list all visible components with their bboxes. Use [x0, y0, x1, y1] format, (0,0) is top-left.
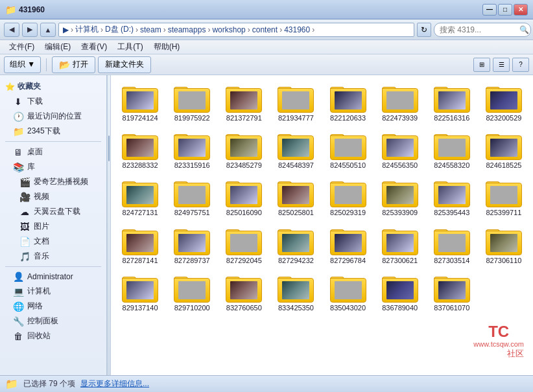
maximize-button[interactable]: □ [498, 4, 512, 16]
folder-item[interactable]: 823315916 [167, 126, 217, 172]
folder-item[interactable]: 825393909 [375, 174, 425, 220]
folder-item[interactable]: 832760650 [219, 269, 269, 315]
view-list-button[interactable]: ☰ [493, 58, 510, 72]
breadcrumb-item-steamapps[interactable]: steamapps [168, 25, 206, 34]
breadcrumb-item-computer[interactable]: ▶ [63, 25, 69, 34]
folder-item[interactable]: 827292045 [219, 222, 269, 268]
menu-view[interactable]: 查看(V) [76, 40, 112, 54]
breadcrumb-item-computer-label[interactable]: 计算机 [75, 24, 99, 35]
sidebar-item-network[interactable]: 🌐 网络 [0, 299, 106, 314]
sidebar-network-label: 网络 [27, 301, 43, 312]
folder-item[interactable]: 824727131 [115, 174, 165, 220]
file-area[interactable]: 819724124 819975922 821372791 [111, 75, 533, 375]
folder-item[interactable]: 824556350 [375, 126, 425, 172]
organize-button[interactable]: 组织 ▼ [4, 56, 41, 73]
menu-help[interactable]: 帮助(H) [148, 40, 185, 54]
breadcrumb-item-content[interactable]: content [252, 25, 278, 34]
folder-item[interactable]: 824975751 [167, 174, 217, 220]
sidebar-docs-label: 文档 [34, 236, 49, 247]
computer-icon: 💻 [13, 286, 23, 297]
video2-icon: 🎥 [19, 192, 30, 202]
folder-item[interactable]: 835043020 [323, 269, 373, 315]
sidebar-item-computer[interactable]: 💻 计算机 [0, 284, 106, 299]
sidebar-computer-label: 计算机 [27, 286, 51, 297]
folder-item[interactable]: 825025801 [270, 174, 321, 220]
folder-name: 835043020 [330, 304, 366, 312]
folder-item[interactable]: 824550510 [323, 126, 373, 172]
sidebar-item-recent[interactable]: 🕐 最近访问的位置 [0, 109, 106, 124]
folder-item[interactable]: 825395443 [427, 174, 477, 220]
sidebar-item-video[interactable]: 🎥 视频 [0, 189, 106, 204]
folder-item[interactable]: 822516316 [427, 79, 477, 125]
folder-item[interactable]: 823288332 [115, 126, 165, 172]
folder-item[interactable]: 827303514 [427, 222, 477, 268]
folder-icon [382, 129, 418, 160]
folder-item[interactable]: 824618525 [479, 126, 529, 172]
folder-name: 824975751 [174, 209, 210, 217]
folder-item[interactable]: 823485279 [219, 126, 269, 172]
breadcrumb-item-431960[interactable]: 431960 [284, 25, 310, 34]
folder-item[interactable]: 827306110 [479, 222, 529, 268]
window-controls: — □ ✕ [482, 4, 528, 16]
folder-name: 824556350 [382, 161, 418, 170]
folder-item[interactable]: 827296784 [323, 222, 373, 268]
open-button[interactable]: 📂 打开 [52, 56, 95, 73]
sidebar-item-pictures[interactable]: 🖼 图片 [0, 219, 106, 234]
sidebar-item-music[interactable]: 🎵 音乐 [0, 249, 106, 264]
up-button[interactable]: ▲ [40, 23, 56, 37]
folder-icon [122, 129, 158, 160]
sidebar-item-download[interactable]: ⬇ 下载 [0, 94, 106, 109]
help-button[interactable]: ? [512, 58, 529, 72]
folder-name: 822473939 [382, 114, 418, 122]
sidebar-item-recycle[interactable]: 🗑 回收站 [0, 329, 106, 343]
folder-item[interactable]: 819724124 [115, 79, 165, 125]
folder-item[interactable]: 827294232 [270, 222, 321, 268]
folder-item[interactable]: 823200529 [479, 79, 529, 125]
menu-edit[interactable]: 编辑(E) [40, 40, 76, 54]
breadcrumb-item-steam[interactable]: steam [140, 25, 161, 34]
sidebar-item-iqiyi[interactable]: 🎬 爱奇艺热播视频 [0, 174, 106, 189]
folder-item[interactable]: 829137140 [115, 269, 165, 315]
sidebar-item-2345download[interactable]: 📁 2345下载 [0, 124, 106, 139]
folder-item[interactable]: 829710200 [167, 269, 217, 315]
folder-item[interactable]: 821934777 [270, 79, 321, 125]
menu-tools[interactable]: 工具(T) [112, 40, 148, 54]
folder-item[interactable]: 827300621 [375, 222, 425, 268]
sidebar-item-library[interactable]: 📚 库 [0, 159, 106, 174]
view-toggle-button[interactable]: ⊞ [473, 58, 490, 72]
sidebar-item-docs[interactable]: 📄 文档 [0, 234, 106, 249]
folder-name: 824558320 [434, 161, 469, 170]
folder-item[interactable]: 825029319 [323, 174, 373, 220]
sidebar-item-cloud[interactable]: ☁ 天翼云盘下载 [0, 204, 106, 219]
folder-item[interactable]: 822473939 [375, 79, 425, 125]
folder-item[interactable]: 821372791 [219, 79, 269, 125]
folder-item[interactable]: 825399711 [479, 174, 529, 220]
folder-item[interactable]: 822120633 [323, 79, 373, 125]
folder-item[interactable]: 827287141 [115, 222, 165, 268]
sidebar-item-admin[interactable]: 👤 Administrator [0, 270, 106, 284]
folder-item[interactable]: 833425350 [270, 269, 321, 315]
breadcrumb[interactable]: ▶ › 计算机 › D盘 (D:) › steam › steamapps › … [58, 23, 414, 37]
folder-item[interactable]: 836789040 [375, 269, 425, 315]
folder-name: 823485279 [226, 161, 262, 170]
close-button[interactable]: ✕ [514, 4, 528, 16]
menu-file[interactable]: 文件(F) [4, 40, 40, 54]
folder-name: 827296784 [330, 257, 366, 265]
refresh-button[interactable]: ↻ [417, 23, 431, 37]
minimize-button[interactable]: — [482, 4, 497, 16]
search-input[interactable] [434, 23, 531, 37]
breadcrumb-item-ddrive[interactable]: D盘 (D:) [105, 24, 134, 35]
folder-item[interactable]: 825016090 [219, 174, 269, 220]
folder-item[interactable]: 824558320 [427, 126, 477, 172]
folder-item[interactable]: 827289737 [167, 222, 217, 268]
sidebar-item-control-panel[interactable]: 🔧 控制面板 [0, 314, 106, 329]
folder-item[interactable]: 819975922 [167, 79, 217, 125]
status-details-link[interactable]: 显示更多详细信息... [80, 378, 149, 389]
forward-button[interactable]: ▶ [22, 23, 38, 37]
breadcrumb-item-workshop[interactable]: workshop [212, 25, 245, 34]
sidebar-item-desktop[interactable]: 🖥 桌面 [0, 144, 106, 159]
folder-item[interactable]: 824548397 [270, 126, 321, 172]
folder-item[interactable]: 837061070 [427, 269, 477, 315]
back-button[interactable]: ◀ [4, 23, 19, 37]
new-folder-button[interactable]: 新建文件夹 [98, 56, 151, 73]
